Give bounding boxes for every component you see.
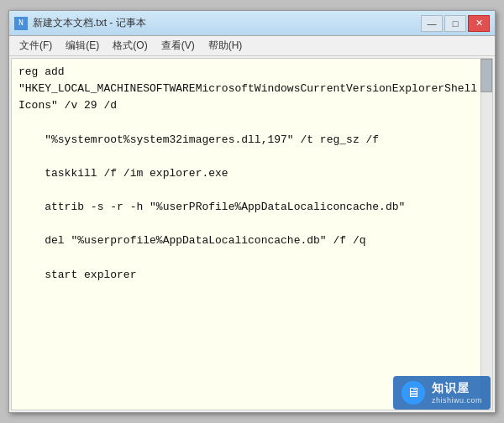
- watermark-badge: 🖥 知识屋 zhishiwu.com: [393, 376, 491, 410]
- notepad-window: N 新建文本文档.txt - 记事本 — □ ✕ 文件(F) 编辑(E) 格式(…: [8, 10, 496, 413]
- scrollbar-thumb[interactable]: [480, 59, 492, 92]
- menu-help[interactable]: 帮助(H): [202, 37, 249, 55]
- watermark-icon: 🖥: [402, 381, 425, 405]
- scrollbar-track[interactable]: [480, 59, 492, 410]
- watermark-sub-text: zhishiwu.com: [432, 396, 482, 405]
- watermark-text: 知识屋 zhishiwu.com: [432, 381, 482, 405]
- text-editor[interactable]: reg add "HKEY_LOCAL_MACHINESOFTWAREMicro…: [11, 58, 493, 410]
- minimize-button[interactable]: —: [421, 15, 443, 32]
- editor-content: reg add "HKEY_LOCAL_MACHINESOFTWAREMicro…: [18, 64, 486, 284]
- app-icon-letter: N: [18, 18, 24, 28]
- maximize-button[interactable]: □: [444, 15, 466, 32]
- title-bar-left: N 新建文本文档.txt - 记事本: [14, 16, 146, 30]
- menu-view[interactable]: 查看(V): [155, 37, 202, 55]
- watermark-main-text: 知识屋: [432, 381, 470, 396]
- title-bar: N 新建文本文档.txt - 记事本 — □ ✕: [9, 11, 495, 36]
- menu-format[interactable]: 格式(O): [106, 37, 154, 55]
- watermark-icon-glyph: 🖥: [407, 385, 420, 400]
- window-controls: — □ ✕: [421, 15, 490, 32]
- app-icon: N: [14, 17, 28, 30]
- menu-edit[interactable]: 编辑(E): [59, 37, 106, 55]
- window-title: 新建文本文档.txt - 记事本: [33, 16, 146, 30]
- menubar: 文件(F) 编辑(E) 格式(O) 查看(V) 帮助(H): [9, 36, 495, 56]
- close-button[interactable]: ✕: [468, 15, 490, 32]
- menu-file[interactable]: 文件(F): [13, 37, 59, 55]
